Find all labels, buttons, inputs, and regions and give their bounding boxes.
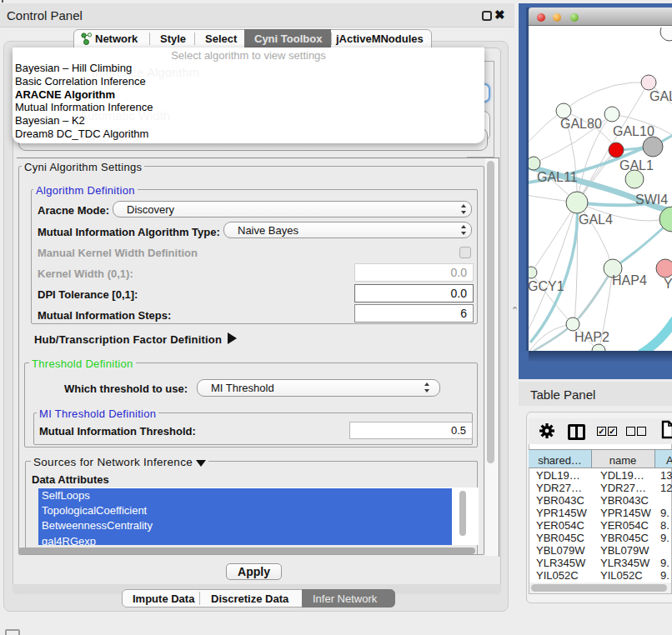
svg-text:GAL: GAL [649, 89, 672, 103]
svg-text:GAL1: GAL1 [619, 158, 654, 172]
svg-text:HAP2: HAP2 [574, 330, 609, 344]
svg-text:GAL10: GAL10 [613, 124, 654, 138]
svg-text:SWI4: SWI4 [635, 192, 668, 207]
svg-text:HAP4: HAP4 [612, 273, 647, 288]
svg-text:Y: Y [664, 277, 672, 291]
svg-text:GAL4: GAL4 [579, 212, 613, 227]
svg-text:GAL11: GAL11 [537, 170, 578, 184]
svg-text:GAL80: GAL80 [560, 117, 602, 131]
svg-text:GCY1: GCY1 [529, 279, 564, 293]
